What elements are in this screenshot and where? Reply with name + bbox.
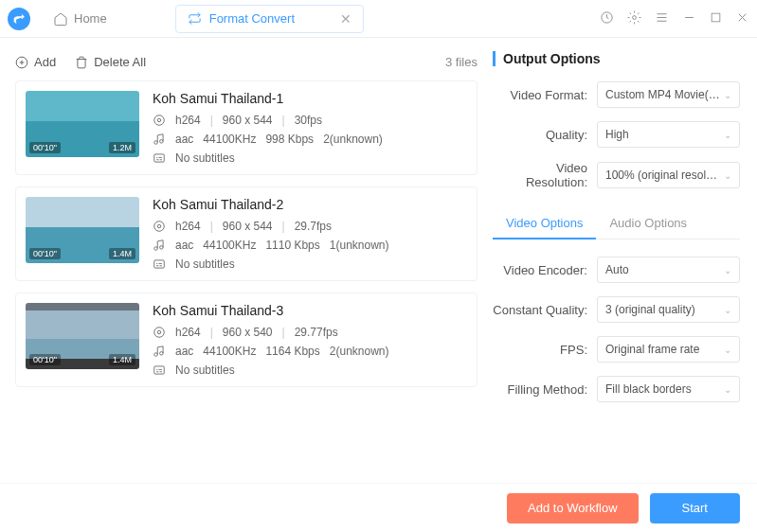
titlebar: Home Format Convert ✕ (0, 0, 757, 38)
quality-label: Quality: (493, 128, 597, 142)
video-format-select[interactable]: Custom MP4 Movie(…⌄ (597, 81, 740, 108)
subtitles-icon (153, 257, 166, 271)
size-badge: 1.4M (109, 354, 135, 365)
svg-point-4 (154, 115, 165, 126)
trash-icon (75, 56, 88, 69)
size-badge: 1.4M (109, 248, 135, 259)
duration-badge: 00'10" (29, 248, 61, 259)
video-codec-icon (153, 220, 166, 233)
footer: Add to Workflow Start (0, 483, 757, 532)
file-name: Koh Samui Thailand-2 (153, 197, 467, 212)
file-list: 00'10"1.2MKoh Samui Thailand-1h264|960 x… (15, 80, 478, 387)
option-tabs: Video Options Audio Options (493, 208, 740, 239)
duration-badge: 00'10" (29, 354, 61, 365)
audio-codec-icon (153, 239, 166, 252)
convert-icon (188, 11, 202, 26)
svg-point-16 (154, 353, 158, 357)
svg-point-5 (157, 118, 161, 122)
constant-quality-select[interactable]: 3 (original quality)⌄ (597, 296, 740, 323)
plus-icon (15, 56, 28, 69)
filling-method-select[interactable]: Fill black borders⌄ (597, 376, 740, 402)
svg-point-7 (160, 140, 164, 144)
app-logo-icon (8, 8, 30, 30)
format-convert-tab[interactable]: Format Convert ✕ (175, 5, 364, 33)
chevron-down-icon: ⌄ (724, 90, 731, 100)
audio-codec-icon (153, 345, 166, 358)
file-thumbnail[interactable]: 00'10"1.4M (26, 197, 139, 263)
options-panel: Output Options Video Format: Custom MP4 … (493, 38, 757, 483)
minimize-icon[interactable] (682, 10, 696, 27)
chevron-down-icon: ⌄ (724, 345, 731, 355)
svg-rect-13 (154, 260, 165, 268)
svg-point-17 (160, 352, 164, 356)
svg-point-10 (157, 224, 161, 228)
resolution-select[interactable]: 100% (original resol…⌄ (597, 162, 740, 188)
subtitles-icon (153, 151, 166, 165)
close-window-icon[interactable] (735, 10, 749, 27)
chevron-down-icon: ⌄ (724, 265, 731, 275)
size-badge: 1.2M (109, 142, 135, 153)
file-toolbar: Add Delete All 3 files (15, 49, 478, 80)
file-name: Koh Samui Thailand-1 (153, 91, 467, 106)
home-icon (53, 11, 68, 27)
file-card[interactable]: 00'10"1.4MKoh Samui Thailand-2h264|960 x… (15, 186, 478, 281)
maximize-icon[interactable] (710, 11, 722, 27)
add-button[interactable]: Add (15, 55, 56, 69)
file-thumbnail[interactable]: 00'10"1.2M (26, 91, 139, 157)
file-card[interactable]: 00'10"1.2MKoh Samui Thailand-1h264|960 x… (15, 80, 478, 175)
format-convert-label: Format Convert (209, 11, 295, 26)
file-name: Koh Samui Thailand-3 (153, 303, 467, 318)
add-to-workflow-button[interactable]: Add to Workflow (507, 493, 638, 523)
start-button[interactable]: Start (650, 493, 740, 523)
video-encoder-select[interactable]: Auto⌄ (597, 257, 740, 283)
file-card[interactable]: 00'10"1.4MKoh Samui Thailand-3h264|960 x… (15, 293, 478, 387)
svg-point-11 (154, 247, 158, 251)
files-count: 3 files (445, 55, 478, 69)
file-thumbnail[interactable]: 00'10"1.4M (26, 303, 139, 369)
svg-point-15 (157, 330, 161, 334)
menu-icon[interactable] (655, 10, 669, 27)
fps-select[interactable]: Original frame rate⌄ (597, 336, 740, 363)
duration-badge: 00'10" (29, 142, 61, 153)
window-controls (600, 10, 749, 27)
chevron-down-icon: ⌄ (724, 170, 731, 181)
chevron-down-icon: ⌄ (724, 384, 731, 395)
quality-select[interactable]: High⌄ (597, 121, 740, 148)
svg-rect-2 (712, 13, 720, 22)
delete-all-label: Delete All (94, 55, 146, 69)
svg-point-14 (154, 328, 165, 338)
home-tab-label: Home (74, 11, 107, 26)
history-icon[interactable] (600, 10, 614, 27)
video-encoder-label: Video Encoder: (493, 263, 597, 277)
subtitles-icon (153, 364, 166, 377)
svg-point-9 (154, 222, 165, 232)
fps-label: FPS: (493, 343, 597, 357)
settings-icon[interactable] (627, 10, 641, 27)
video-codec-icon (153, 114, 166, 127)
video-codec-icon (153, 326, 166, 339)
svg-point-12 (160, 246, 164, 250)
home-tab[interactable]: Home (42, 6, 118, 32)
chevron-down-icon: ⌄ (724, 130, 731, 140)
svg-point-6 (154, 141, 158, 145)
audio-codec-icon (153, 133, 166, 146)
svg-rect-8 (154, 154, 165, 162)
svg-point-1 (633, 15, 637, 19)
file-panel: Add Delete All 3 files 00'10"1.2MKoh Sam… (0, 38, 493, 483)
add-label: Add (34, 55, 56, 69)
output-options-title: Output Options (493, 51, 740, 66)
audio-options-tab[interactable]: Audio Options (596, 208, 700, 239)
chevron-down-icon: ⌄ (724, 305, 731, 315)
constant-quality-label: Constant Quality: (493, 303, 597, 317)
video-format-label: Video Format: (493, 88, 597, 102)
svg-rect-18 (154, 366, 165, 374)
close-tab-icon[interactable]: ✕ (340, 11, 351, 27)
delete-all-button[interactable]: Delete All (75, 55, 146, 69)
video-options-tab[interactable]: Video Options (493, 208, 596, 239)
resolution-label: Video Resolution: (493, 161, 597, 189)
filling-method-label: Filling Method: (493, 382, 597, 397)
